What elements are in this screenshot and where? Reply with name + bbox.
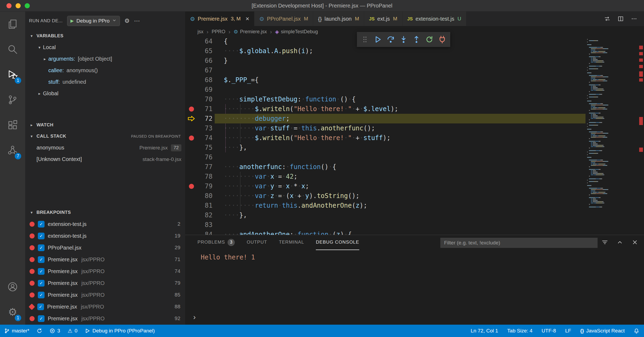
step-into-button[interactable] xyxy=(398,33,409,46)
variables-section-header[interactable]: ▾ VARIABLES xyxy=(25,30,185,42)
variable-stuff[interactable]: stuff:undefined xyxy=(25,76,185,88)
breakpoint-gutter[interactable] xyxy=(185,133,197,143)
code-line-65[interactable]: 65····$.global.A.push(i); xyxy=(185,46,644,56)
start-debug-icon[interactable]: ▶ xyxy=(71,19,74,23)
breakpoint-gutter[interactable] xyxy=(185,104,197,114)
code-line-72[interactable]: 72········debugger; xyxy=(185,114,644,123)
scope-local[interactable]: ▾Local xyxy=(25,42,185,53)
status-item-eol[interactable]: LF xyxy=(565,328,571,334)
status-item-debug-target[interactable]: Debug in PPro (PProPanel) xyxy=(85,328,155,334)
tab-PProPanel.jsx[interactable]: ⚙PProPanel.jsxM xyxy=(254,12,313,26)
breakpoint-row[interactable]: ✓Premiere.jsxjsx/PPRO71 xyxy=(25,254,185,265)
breakpoint-checkbox[interactable]: ✓ xyxy=(38,256,45,263)
scope-global[interactable]: ▸Global xyxy=(25,88,185,99)
breakpoint-checkbox[interactable]: ✓ xyxy=(38,280,45,287)
breakpoint-gutter[interactable] xyxy=(185,172,197,181)
code-line-76[interactable]: 76 xyxy=(185,152,644,162)
code-line-71[interactable]: 71········$.writeln("Hello·there!·"·+·$.… xyxy=(185,104,644,114)
breakpoints-section-header[interactable]: ▾ BREAKPOINTS xyxy=(25,207,185,218)
code-line-70[interactable]: 70····simpleTestDebug:·function·()·{ xyxy=(185,94,644,104)
close-panel-button[interactable] xyxy=(632,239,638,247)
more-icon[interactable] xyxy=(631,16,637,22)
breakpoint-gutter[interactable] xyxy=(185,191,197,201)
breakpoint-gutter[interactable] xyxy=(185,114,197,123)
breakpoint-row[interactable]: ✓extension-test.js2 xyxy=(25,218,185,230)
variable-callee[interactable]: callee:anonymous() xyxy=(25,65,185,76)
breakpoint-gutter[interactable] xyxy=(185,143,197,152)
breakpoint-gutter[interactable] xyxy=(185,152,197,162)
code-line-84[interactable]: 84····andAnotherOne:·function·(z)·{ xyxy=(185,230,644,235)
status-item-cursor-position[interactable]: Ln 72, Col 1 xyxy=(471,328,498,334)
code-line-78[interactable]: 78········var·x·=·42; xyxy=(185,172,644,181)
breakpoint-gutter[interactable] xyxy=(185,230,197,235)
breakpoint-checkbox[interactable]: ✓ xyxy=(38,268,45,275)
status-item-git-branch[interactable]: master* xyxy=(4,328,29,334)
split-editor-icon[interactable] xyxy=(618,16,624,22)
activity-item-account[interactable] xyxy=(0,274,25,299)
breakpoint-icon[interactable] xyxy=(189,135,194,141)
code-editor[interactable]: 64{65····$.global.A.push(i);66}6768$._PP… xyxy=(185,38,644,235)
activity-item-run-and-debug[interactable]: 1 xyxy=(0,62,25,87)
breakpoint-row[interactable]: ✓extension-test.js19 xyxy=(25,230,185,242)
debug-settings-gear-icon[interactable]: ⚙ xyxy=(124,18,130,24)
breakpoint-gutter[interactable] xyxy=(185,65,197,75)
activity-item-extensions[interactable] xyxy=(0,112,25,138)
minimize-window-button[interactable] xyxy=(16,3,21,8)
zoom-window-button[interactable] xyxy=(25,3,30,8)
maximize-panel-button[interactable] xyxy=(617,239,623,247)
watch-section-header[interactable]: ▸ WATCH xyxy=(25,119,185,131)
breakpoint-row[interactable]: ✓Premiere.jsxjsx/PPRO92 xyxy=(25,313,185,324)
close-window-button[interactable] xyxy=(6,3,12,8)
breakpoint-checkbox[interactable]: ✓ xyxy=(38,244,45,251)
breakpoint-gutter[interactable] xyxy=(185,201,197,210)
breakpoint-gutter[interactable] xyxy=(185,123,197,133)
titlebar[interactable]: [Extension Development Host] - Premiere.… xyxy=(0,0,644,12)
code-line-67[interactable]: 67 xyxy=(185,65,644,75)
breakpoint-icon[interactable] xyxy=(189,184,194,189)
breakpoint-checkbox[interactable]: ✓ xyxy=(38,292,45,298)
activity-item-settings[interactable]: ⚙1 xyxy=(0,299,25,325)
breadcrumb-item[interactable]: ⚙Premiere.jsx xyxy=(233,29,267,35)
disconnect-button[interactable] xyxy=(436,33,448,46)
minimap[interactable] xyxy=(586,38,635,235)
breakpoint-gutter[interactable] xyxy=(185,181,197,191)
breakpoint-row[interactable]: ✓Premiere.jsxjsx/PPRO74 xyxy=(25,265,185,277)
breakpoint-gutter[interactable] xyxy=(185,210,197,220)
close-tab-icon[interactable]: × xyxy=(246,16,249,22)
code-line-75[interactable]: 75····}, xyxy=(185,143,644,152)
panel-tab-problems[interactable]: PROBLEMS3 xyxy=(197,235,235,250)
breakpoint-checkbox[interactable]: ✓ xyxy=(38,221,45,228)
breadcrumb-item[interactable]: ◈simpleTestDebug xyxy=(275,29,318,35)
breadcrumb-item[interactable]: PPRO xyxy=(212,29,225,35)
breakpoint-checkbox[interactable]: ✓ xyxy=(37,303,44,310)
code-line-83[interactable]: 83 xyxy=(185,220,644,230)
breakpoint-row[interactable]: ✓PProPanel.jsx29 xyxy=(25,242,185,254)
panel-tab-debug-console[interactable]: DEBUG CONSOLE xyxy=(316,235,359,250)
breakpoint-row[interactable]: ✓Premiere.jsxjsx/PPRO88 xyxy=(25,301,185,313)
console-input-row[interactable]: › xyxy=(193,313,196,321)
breakpoint-gutter[interactable] xyxy=(185,85,197,94)
breadcrumb-item[interactable]: jsx xyxy=(197,29,203,35)
breakpoint-gutter[interactable] xyxy=(185,75,197,85)
status-item-language-mode[interactable]: {}JavaScript React xyxy=(580,328,625,334)
breakpoint-checkbox[interactable]: ✓ xyxy=(38,315,45,322)
stack-frame[interactable]: anonymousPremiere.jsx72 xyxy=(25,142,185,153)
status-item-encoding[interactable]: UTF-8 xyxy=(541,328,556,334)
tab-launch.json[interactable]: {}launch.jsonM xyxy=(313,12,364,26)
panel-tab-terminal[interactable]: TERMINAL xyxy=(279,235,304,250)
breakpoint-row[interactable]: ✓Premiere.jsxjsx/PPRO79 xyxy=(25,277,185,289)
step-over-button[interactable] xyxy=(385,33,397,46)
code-line-66[interactable]: 66} xyxy=(185,56,644,65)
code-line-80[interactable]: 80········var·z·=·(x·+·y).toString(); xyxy=(185,191,644,201)
console-filter-input[interactable] xyxy=(440,238,598,248)
breakpoint-gutter[interactable] xyxy=(185,94,197,104)
activity-item-source-control[interactable] xyxy=(0,87,25,112)
code-line-77[interactable]: 77····anotherfunc:·function()·{ xyxy=(185,162,644,172)
step-out-button[interactable] xyxy=(411,33,422,46)
filter-button[interactable] xyxy=(602,239,608,247)
variable-arguments[interactable]: ▸arguments:[object Object] xyxy=(25,53,185,65)
breakpoint-gutter[interactable] xyxy=(185,56,197,65)
continue-button[interactable] xyxy=(372,33,384,46)
breakpoint-gutter[interactable] xyxy=(185,46,197,56)
status-item-warnings[interactable]: ⚠0 xyxy=(68,328,78,334)
